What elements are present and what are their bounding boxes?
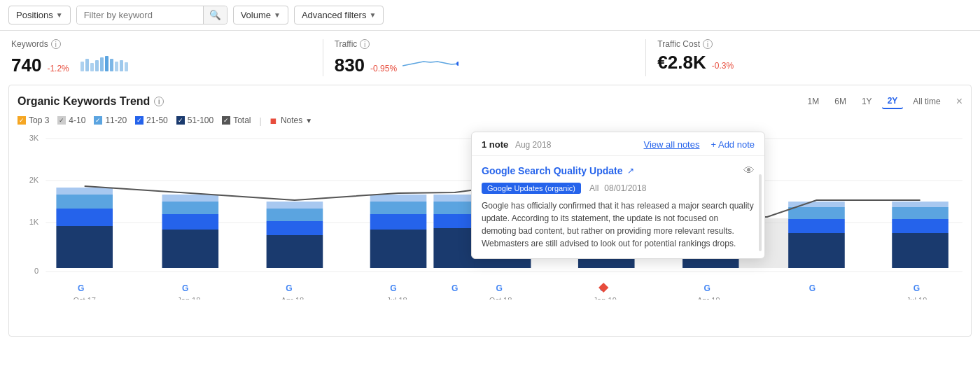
range1-checkbox-icon: ✓ [57, 116, 66, 125]
search-button[interactable]: 🔍 [203, 6, 227, 24]
note-body: Google Search Quality Update ↗ 👁 Google … [472, 156, 764, 258]
note-scrollbar[interactable] [759, 174, 762, 251]
svg-text:G: G [704, 283, 710, 293]
svg-text:3K: 3K [29, 134, 39, 142]
add-note-link[interactable]: + Add note [710, 139, 755, 150]
svg-text:Oct 17: Oct 17 [73, 296, 96, 300]
time-btn-2y[interactable]: 2Y [882, 94, 904, 109]
notes-label: Notes [281, 115, 302, 125]
svg-rect-26 [433, 214, 475, 228]
svg-text:1K: 1K [29, 218, 39, 226]
svg-rect-17 [267, 235, 323, 268]
legend-total[interactable]: ✓ Total [222, 115, 251, 125]
traffic-cost-info-icon[interactable]: i [703, 39, 713, 49]
svg-rect-11 [56, 195, 113, 209]
traffic-cost-delta: -0.3% [712, 61, 734, 71]
time-btn-6m[interactable]: 6M [829, 94, 852, 108]
svg-rect-21 [370, 230, 427, 268]
positions-dropdown[interactable]: Positions ▼ [8, 6, 71, 24]
close-button[interactable]: × [956, 95, 962, 108]
svg-rect-42 [788, 233, 845, 268]
range2-label: 11-20 [105, 115, 127, 125]
svg-rect-15 [162, 202, 219, 214]
keywords-value: 740 [11, 55, 41, 76]
svg-text:Jul 19: Jul 19 [906, 296, 927, 300]
top3-label: Top 3 [29, 115, 49, 125]
range1-label: 4-10 [69, 115, 85, 125]
traffic-info-icon[interactable]: i [360, 39, 370, 49]
note-popup: 1 note Aug 2018 View all notes + Add not… [471, 132, 765, 259]
svg-text:Jul 18: Jul 18 [386, 296, 407, 300]
chart-svg-container: 3K 2K 1K 0 [18, 132, 962, 314]
total-label: Total [233, 115, 251, 125]
time-btn-1y[interactable]: 1Y [856, 94, 878, 108]
note-title[interactable]: Google Search Quality Update [482, 165, 623, 176]
external-link-icon: ↗ [627, 166, 634, 176]
svg-rect-16 [162, 195, 219, 202]
note-tag[interactable]: Google Updates (organic) [482, 183, 581, 194]
traffic-stat: Traffic i 830 -0.95% [323, 39, 647, 76]
legend-51-100[interactable]: ✓ 51-100 [176, 115, 214, 125]
legend-top3[interactable]: ✓ Top 3 [18, 115, 49, 125]
view-all-notes-link[interactable]: View all notes [643, 139, 699, 150]
time-btn-all[interactable]: All time [907, 94, 946, 108]
time-btn-1m[interactable]: 1M [802, 94, 825, 108]
volume-dropdown[interactable]: Volume ▼ [233, 6, 288, 24]
advanced-filters-dropdown[interactable]: Advanced filters ▼ [294, 6, 384, 24]
keywords-mini-chart [80, 52, 128, 71]
note-date: Aug 2018 [515, 140, 551, 150]
svg-text:0: 0 [34, 267, 38, 275]
keywords-stat: Keywords i 740 -1.2% [11, 39, 323, 76]
chart-header: Organic Keywords Trend i 1M 6M 1Y 2Y All… [18, 94, 962, 109]
range3-label: 21-50 [146, 115, 168, 125]
keywords-label: Keywords [11, 39, 48, 49]
chart-area: Organic Keywords Trend i 1M 6M 1Y 2Y All… [8, 85, 972, 337]
stats-row: Keywords i 740 -1.2% Traffic i [0, 31, 980, 85]
chart-title-text: Organic Keywords Trend [18, 95, 150, 108]
svg-rect-13 [162, 230, 219, 268]
advanced-filters-label: Advanced filters [302, 10, 367, 20]
eye-icon[interactable]: 👁 [743, 164, 755, 177]
svg-rect-10 [56, 209, 113, 226]
svg-text:G: G [78, 283, 84, 293]
range2-checkbox-icon: ✓ [94, 116, 102, 125]
chart-info-icon[interactable]: i [154, 97, 164, 106]
legend-4-10[interactable]: ✓ 4-10 [57, 115, 85, 125]
top3-checkbox-icon: ✓ [18, 116, 26, 125]
positions-label: Positions [16, 10, 53, 20]
traffic-value: 830 [335, 55, 365, 76]
svg-text:G: G [496, 283, 502, 293]
svg-rect-46 [892, 233, 948, 268]
volume-arrow-icon: ▼ [274, 11, 281, 19]
traffic-label: Traffic [335, 39, 358, 49]
legend-21-50[interactable]: ✓ 21-50 [135, 115, 168, 125]
search-container: 🔍 [76, 6, 227, 24]
traffic-cost-value: €2.8K [657, 52, 706, 73]
svg-rect-25 [433, 228, 475, 268]
note-all-label: All [589, 183, 598, 193]
legend-11-20[interactable]: ✓ 11-20 [94, 115, 127, 125]
search-icon: 🔍 [209, 10, 221, 20]
svg-text:G: G [390, 283, 396, 293]
keywords-info-icon[interactable]: i [51, 39, 61, 49]
svg-rect-27 [433, 202, 475, 214]
range4-label: 51-100 [188, 115, 214, 125]
note-meta: Google Updates (organic) All 08/01/2018 [482, 183, 755, 194]
range4-checkbox-icon: ✓ [176, 116, 185, 125]
svg-text:Oct 18: Oct 18 [489, 296, 512, 300]
note-date-value: 08/01/2018 [604, 183, 646, 193]
search-input[interactable] [77, 6, 203, 24]
traffic-delta: -0.95% [370, 64, 397, 73]
keywords-delta: -1.2% [47, 64, 69, 73]
svg-text:G: G [809, 283, 816, 293]
note-count: 1 note [482, 139, 508, 150]
svg-text:2K: 2K [29, 176, 39, 184]
total-checkbox-icon: ✓ [222, 116, 230, 125]
positions-arrow-icon: ▼ [56, 11, 63, 19]
notes-button[interactable]: ◆ Notes ▼ [270, 115, 312, 126]
svg-rect-48 [892, 207, 948, 219]
svg-rect-14 [162, 214, 219, 230]
svg-rect-49 [892, 202, 948, 207]
notes-diamond-icon: ◆ [267, 113, 281, 127]
chart-controls: 1M 6M 1Y 2Y All time × [802, 94, 962, 109]
